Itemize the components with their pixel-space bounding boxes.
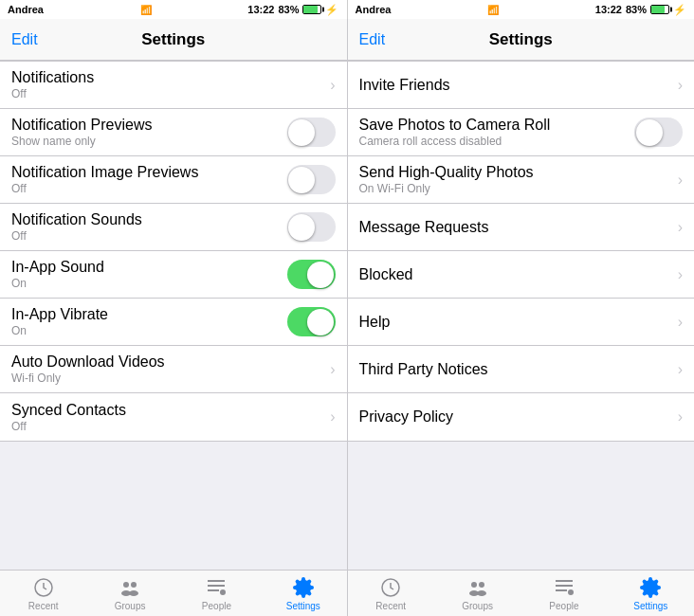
row-subtitle-in-app-sound: On [11, 277, 280, 290]
recent-icon-left [32, 576, 55, 599]
tab-recent-right[interactable]: Recent [348, 571, 434, 616]
status-time-left: 13:22 [247, 4, 274, 15]
row-title-in-app-vibrate: In-App Vibrate [11, 306, 280, 323]
tab-groups-left[interactable]: Groups [86, 571, 173, 616]
row-text-message-requests: Message Requests [359, 219, 670, 236]
tab-settings-left[interactable]: Settings [260, 571, 346, 616]
toggle-knob-notification-sounds [288, 214, 315, 241]
row-text-in-app-vibrate: In-App Vibrate On [11, 306, 280, 337]
tab-label-settings-left: Settings [286, 601, 320, 611]
svg-rect-15 [556, 585, 573, 587]
toggle-notification-previews[interactable] [287, 118, 336, 147]
row-notification-previews[interactable]: Notification Previews Show name only [0, 109, 347, 156]
row-title-privacy-policy: Privacy Policy [359, 408, 670, 426]
nav-title-left: Settings [141, 30, 205, 49]
chevron-third-party-notices: › [678, 361, 683, 378]
svg-rect-14 [556, 580, 573, 582]
row-help[interactable]: Help › [348, 299, 695, 346]
battery-pct-right: 83% [626, 4, 647, 15]
row-notification-sounds[interactable]: Notification Sounds Off [0, 204, 347, 251]
row-auto-download-videos[interactable]: Auto Download Videos Wi-fi Only › [0, 346, 347, 393]
row-subtitle-auto-download-videos: Wi-fi Only [11, 371, 322, 385]
tab-people-left[interactable]: People [174, 571, 260, 616]
tab-label-settings-right: Settings [633, 601, 667, 611]
chevron-privacy-policy: › [678, 408, 683, 426]
settings-section-left: Notifications Off › Notification Preview… [0, 61, 347, 442]
row-title-auto-download-videos: Auto Download Videos [11, 353, 322, 371]
row-text-blocked: Blocked [359, 266, 670, 283]
row-subtitle-synced-contacts: Off [11, 420, 322, 433]
wifi-icon-right: 📶 [487, 5, 499, 15]
row-title-in-app-sound: In-App Sound [11, 259, 280, 276]
row-message-requests[interactable]: Message Requests › [348, 204, 695, 251]
row-text-notifications: Notifications Off [11, 69, 322, 100]
row-high-quality-photos[interactable]: Send High-Quality Photos On Wi-Fi Only › [348, 156, 695, 204]
people-icon-left [205, 576, 228, 599]
toggle-in-app-sound[interactable] [287, 260, 336, 289]
row-title-help: Help [359, 314, 670, 331]
tab-settings-right[interactable]: Settings [608, 571, 694, 616]
settings-icon-left [292, 576, 315, 599]
status-carrier-left: Andrea [8, 4, 44, 15]
settings-icon-right [639, 576, 662, 599]
edit-button-left[interactable]: Edit [11, 31, 38, 48]
row-subtitle-notifications: Off [11, 87, 322, 100]
row-title-synced-contacts: Synced Contacts [11, 402, 322, 419]
status-right-right: 13:22 83% ⚡ [595, 4, 686, 16]
charging-icon-left: ⚡ [325, 4, 338, 16]
tab-groups-right[interactable]: Groups [434, 571, 520, 616]
svg-rect-16 [556, 589, 567, 591]
row-synced-contacts[interactable]: Synced Contacts Off › [0, 393, 347, 441]
row-notification-image-previews[interactable]: Notification Image Previews Off [0, 156, 347, 204]
row-title-notification-previews: Notification Previews [11, 117, 280, 134]
status-bar-left: Andrea 📶 13:22 83% ⚡ [0, 0, 348, 19]
row-title-invite-friends: Invite Friends [359, 77, 670, 94]
row-notifications[interactable]: Notifications Off › [0, 62, 347, 109]
svg-rect-7 [208, 589, 219, 591]
row-in-app-sound[interactable]: In-App Sound On [0, 251, 347, 299]
panel-right: Invite Friends › Save Photos to Camera R… [348, 61, 695, 570]
row-text-synced-contacts: Synced Contacts Off [11, 402, 322, 433]
status-right-left: 13:22 83% ⚡ [247, 4, 338, 16]
row-invite-friends[interactable]: Invite Friends › [348, 62, 695, 109]
row-text-privacy-policy: Privacy Policy [359, 408, 670, 426]
row-save-photos[interactable]: Save Photos to Camera Roll Camera roll a… [348, 109, 695, 156]
row-text-save-photos: Save Photos to Camera Roll Camera roll a… [359, 117, 628, 148]
tab-recent-left[interactable]: Recent [0, 571, 86, 616]
chevron-blocked: › [678, 266, 683, 283]
tab-half-left: Recent Groups People [0, 571, 348, 616]
row-subtitle-notification-image-previews: Off [11, 182, 280, 195]
row-third-party-notices[interactable]: Third Party Notices › [348, 346, 695, 393]
row-blocked[interactable]: Blocked › [348, 251, 695, 299]
row-text-in-app-sound: In-App Sound On [11, 259, 280, 290]
groups-icon-left [119, 576, 141, 599]
svg-point-2 [131, 582, 137, 588]
chevron-invite-friends: › [678, 77, 683, 94]
toggle-notification-image-previews[interactable] [287, 165, 336, 194]
svg-point-4 [129, 590, 138, 596]
row-text-invite-friends: Invite Friends [359, 77, 670, 94]
tab-label-groups-right: Groups [462, 601, 493, 611]
status-bar-right: Andrea 📶 13:22 83% ⚡ [348, 0, 695, 19]
row-title-message-requests: Message Requests [359, 219, 670, 236]
tab-label-recent-left: Recent [28, 601, 59, 611]
row-text-third-party-notices: Third Party Notices [359, 361, 670, 378]
people-icon-right [553, 576, 575, 599]
tab-bar: Recent Groups People [0, 570, 694, 616]
svg-point-1 [123, 582, 129, 588]
wifi-icon-left: 📶 [140, 5, 152, 15]
toggle-notification-sounds[interactable] [287, 212, 336, 242]
svg-rect-6 [208, 585, 225, 587]
toggle-in-app-vibrate[interactable] [287, 307, 336, 336]
chevron-synced-contacts: › [330, 408, 335, 426]
row-in-app-vibrate[interactable]: In-App Vibrate On [0, 299, 347, 346]
toggle-save-photos[interactable] [634, 118, 683, 147]
tab-people-right[interactable]: People [520, 571, 607, 616]
recent-icon-right [379, 576, 402, 599]
row-privacy-policy[interactable]: Privacy Policy › [348, 393, 695, 441]
battery-icon-right [650, 5, 669, 14]
tab-label-people-left: People [202, 601, 231, 611]
tab-label-people-right: People [549, 601, 578, 611]
edit-button-right[interactable]: Edit [359, 31, 386, 48]
status-carrier-right: Andrea [356, 4, 392, 15]
